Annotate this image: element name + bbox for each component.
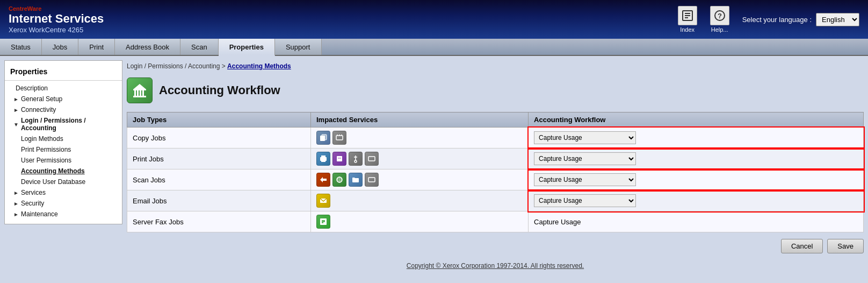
svg-rect-27 (368, 157, 375, 161)
language-selector: Select your language : English French Ge… (742, 13, 859, 26)
breadcrumb-current: Accounting Methods (227, 62, 291, 70)
table-row: Copy Jobs Capture Us (127, 128, 864, 148)
svg-point-26 (355, 160, 357, 162)
language-label: Select your language : (742, 16, 812, 24)
impacted-services-cell (310, 190, 528, 211)
table-row: Scan Jobs (127, 169, 864, 190)
svg-rect-14 (322, 135, 327, 140)
expand-icon: ► (13, 211, 19, 217)
sidebar-item-general-setup[interactable]: ► General Setup (5, 94, 122, 104)
index-label: Index (680, 26, 695, 33)
sidebar-item-maintenance[interactable]: ► Maintenance (5, 209, 122, 220)
svg-rect-32 (368, 178, 375, 182)
sidebar-item-security[interactable]: ► Security (5, 198, 122, 209)
svg-marker-28 (320, 177, 327, 182)
expand-icon: ► (13, 96, 19, 102)
job-type-cell: Copy Jobs (127, 128, 311, 148)
job-type-cell: Print Jobs (127, 148, 311, 169)
email-icon (316, 194, 330, 208)
svg-rect-11 (142, 90, 144, 96)
col-impacted-services: Impacted Services (310, 112, 528, 128)
service-icons (316, 215, 523, 229)
help-label: Help... (711, 26, 728, 33)
workflow-icon (316, 173, 330, 187)
sidebar-item-login-methods[interactable]: Login Methods (5, 133, 122, 144)
scan-icon (332, 131, 346, 145)
workflow-cell: Capture Usage Track Usage Only Disable S… (529, 128, 864, 148)
header: CentreWare Internet Services Xerox WorkC… (0, 0, 868, 39)
centreware-label: CentreWare (9, 5, 678, 12)
sidebar-item-connectivity[interactable]: ► Connectivity (5, 104, 122, 115)
header-icons: Index ? Help... (678, 6, 729, 33)
svg-rect-8 (134, 90, 136, 96)
expand-icon: ► (13, 190, 19, 196)
scan-jobs-workflow-select[interactable]: Capture Usage Track Usage Only Disable S… (534, 173, 636, 186)
sidebar: Properties Description ► General Setup ►… (4, 60, 122, 224)
brand: CentreWare Internet Services Xerox WorkC… (9, 5, 678, 34)
bottom-actions: Cancel Save (127, 239, 864, 253)
content-area: Login / Permissions / Accounting > Accou… (127, 60, 864, 274)
tab-properties[interactable]: Properties (219, 39, 275, 56)
accounting-workflow-table: Job Types Impacted Services Accounting W… (127, 112, 864, 232)
page-icon (127, 77, 153, 103)
expand-icon: ▼ (13, 122, 19, 128)
network-icon (332, 173, 346, 187)
server-fax-workflow-value: Capture Usage (534, 218, 581, 226)
tab-scan[interactable]: Scan (180, 39, 219, 55)
job-type-cell: Scan Jobs (127, 169, 311, 190)
expand-icon: ► (13, 107, 19, 113)
cancel-button[interactable]: Cancel (781, 239, 823, 253)
table-row: Server Fax Jobs Capture Usage (127, 211, 864, 232)
tab-support[interactable]: Support (275, 39, 322, 55)
language-dropdown[interactable]: English French German Spanish (816, 13, 859, 26)
usb-icon (349, 152, 363, 166)
tab-address-book[interactable]: Address Book (115, 39, 180, 55)
nav-tabs: Status Jobs Print Address Book Scan Prop… (0, 39, 868, 56)
workflow-cell: Capture Usage Track Usage Only Disable S… (529, 190, 864, 211)
service-icons (316, 131, 523, 145)
impacted-services-cell (310, 211, 528, 232)
tab-print[interactable]: Print (78, 39, 115, 55)
sidebar-item-device-user-db[interactable]: Device User Database (5, 176, 122, 187)
index-icon (678, 6, 697, 25)
impacted-services-cell (310, 148, 528, 169)
app-title: Internet Services (9, 12, 678, 26)
sidebar-item-user-permissions[interactable]: User Permissions (5, 155, 122, 166)
copyright: Copyright © Xerox Corporation 1997-2014.… (127, 258, 864, 274)
page-header: Accounting Workflow (127, 77, 864, 103)
svg-text:?: ? (718, 12, 722, 20)
svg-rect-15 (336, 136, 343, 140)
folder-icon (349, 173, 363, 187)
fax-icon (332, 152, 346, 166)
tab-jobs[interactable]: Jobs (42, 39, 78, 55)
col-job-types: Job Types (127, 112, 311, 128)
expand-icon: ► (13, 201, 19, 207)
scan3-icon (365, 173, 379, 187)
svg-marker-12 (133, 84, 146, 89)
svg-rect-10 (140, 90, 141, 96)
scan2-icon (365, 152, 379, 166)
print-jobs-workflow-select[interactable]: Capture Usage Track Usage Only Disable S… (534, 152, 636, 165)
svg-rect-20 (321, 155, 326, 158)
sidebar-item-print-permissions[interactable]: Print Permissions (5, 144, 122, 155)
sidebar-item-login-permissions[interactable]: ▼ Login / Permissions / Accounting (5, 115, 122, 133)
breadcrumb: Login / Permissions / Accounting > Accou… (127, 60, 864, 72)
svg-rect-21 (321, 160, 326, 162)
email-jobs-workflow-select[interactable]: Capture Usage Track Usage Only Disable S… (534, 194, 636, 207)
svg-rect-6 (133, 89, 146, 90)
sidebar-item-accounting-methods[interactable]: Accounting Methods (5, 166, 122, 176)
help-button[interactable]: ? Help... (710, 6, 729, 33)
model-name: Xerox WorkCentre 4265 (9, 26, 678, 34)
index-button[interactable]: Index (678, 6, 697, 33)
sidebar-item-services[interactable]: ► Services (5, 187, 122, 198)
workflow-cell: Capture Usage Track Usage Only Disable S… (529, 148, 864, 169)
copy-jobs-workflow-select[interactable]: Capture Usage Track Usage Only Disable S… (534, 131, 636, 144)
job-type-cell: Email Jobs (127, 190, 311, 211)
main-layout: Properties Description ► General Setup ►… (0, 56, 868, 278)
service-icons (316, 173, 523, 187)
save-button[interactable]: Save (827, 239, 864, 253)
sidebar-item-description[interactable]: Description (5, 83, 122, 94)
tab-status[interactable]: Status (0, 39, 42, 55)
impacted-services-cell (310, 128, 528, 148)
job-type-cell: Server Fax Jobs (127, 211, 311, 232)
